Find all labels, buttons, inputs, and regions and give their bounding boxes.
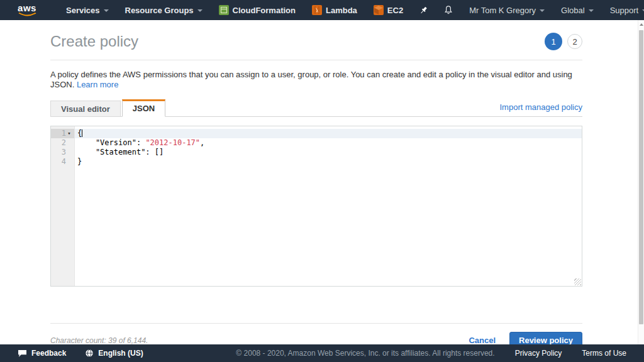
copyright-text: © 2008 - 2020, Amazon Web Services, Inc.…: [236, 349, 494, 358]
ec2-icon: [374, 5, 384, 15]
editor-resize-handle[interactable]: [574, 278, 581, 285]
pushpin-icon: [419, 6, 428, 15]
nav-services[interactable]: Services: [58, 0, 117, 20]
nav-region-menu[interactable]: Global: [553, 0, 602, 20]
nav-right-group: Mr Tom K Gregory Global Support: [436, 0, 644, 20]
character-count: Character count: 39 of 6,144.: [50, 336, 148, 345]
chevron-down-icon: [197, 9, 203, 12]
aws-smile-icon: [18, 12, 36, 17]
up-arrow-icon: [640, 23, 643, 26]
cancel-button[interactable]: Cancel: [469, 336, 496, 345]
step-indicator: 1 2: [545, 33, 582, 50]
json-policy-editor[interactable]: 1▾234 { "Version": "2012-10-17", "Statem…: [50, 126, 582, 287]
aws-logo-text: aws: [18, 4, 36, 13]
tab-visual-editor[interactable]: Visual editor: [50, 101, 121, 117]
language-selector[interactable]: English (US): [85, 349, 143, 358]
chevron-down-icon: [104, 9, 109, 12]
gutter-line-number[interactable]: 3: [51, 148, 74, 157]
nav-shortcut-lambda[interactable]: Lambda: [304, 0, 365, 20]
page-title: Create policy: [50, 33, 138, 50]
lambda-icon: [312, 5, 322, 15]
chevron-down-icon: [540, 9, 545, 12]
code-line[interactable]: "Statement": []: [75, 148, 582, 157]
nav-shortcut-ec2[interactable]: EC2: [365, 0, 411, 20]
intro-text: A policy defines the AWS permissions tha…: [50, 70, 582, 90]
page-header: Create policy 1 2: [50, 20, 582, 50]
editor-tabs: Visual editor JSON Import managed policy: [50, 99, 582, 117]
code-line[interactable]: "Version": "2012-10-17",: [75, 138, 582, 148]
gutter: 1▾234: [51, 126, 75, 286]
code-line[interactable]: {: [75, 129, 582, 138]
chevron-down-icon: [589, 9, 594, 12]
main-content: Create policy 1 2 A policy defines the A…: [0, 20, 638, 344]
notifications-button[interactable]: [436, 0, 461, 20]
step-2-badge: 2: [567, 34, 582, 49]
footer: Feedback English (US) © 2008 - 2020, Ama…: [0, 344, 644, 362]
scrollbar-thumb[interactable]: [639, 30, 643, 324]
fold-toggle-icon[interactable]: ▾: [66, 129, 72, 138]
page-scrollbar[interactable]: [638, 20, 644, 344]
nav-shortcut-cloudformation[interactable]: CloudFormation: [211, 0, 304, 20]
nav-account-menu[interactable]: Mr Tom K Gregory: [461, 0, 553, 20]
terms-of-use-link[interactable]: Terms of Use: [582, 349, 626, 358]
tab-json[interactable]: JSON: [122, 99, 165, 117]
pin-shortcuts-button[interactable]: [411, 0, 436, 20]
globe-icon: [85, 349, 94, 358]
import-managed-policy-link[interactable]: Import managed policy: [499, 102, 582, 112]
cloudformation-icon: [219, 5, 229, 15]
header-divider: [50, 60, 582, 60]
step-1-badge: 1: [545, 33, 562, 50]
gutter-line-number[interactable]: 2: [51, 138, 74, 148]
gutter-line-number[interactable]: 4: [51, 157, 74, 167]
learn-more-link[interactable]: Learn more: [77, 80, 118, 89]
top-nav: aws Services Resource Groups CloudFormat…: [0, 0, 644, 20]
nav-support-menu[interactable]: Support: [602, 0, 644, 20]
feedback-bubble-icon: [18, 349, 27, 358]
feedback-button[interactable]: Feedback: [18, 349, 66, 358]
bell-icon: [443, 5, 453, 15]
code-line[interactable]: }: [75, 157, 582, 167]
scrollbar-up-arrow[interactable]: [638, 20, 644, 29]
aws-console-page: aws Services Resource Groups CloudFormat…: [0, 0, 644, 362]
actions-divider: [50, 323, 582, 324]
aws-logo[interactable]: aws: [18, 4, 36, 17]
nav-resource-groups[interactable]: Resource Groups: [117, 0, 211, 20]
text-cursor: [82, 129, 82, 137]
code-lines[interactable]: { "Version": "2012-10-17", "Statement": …: [75, 126, 582, 286]
footer-right: © 2008 - 2020, Amazon Web Services, Inc.…: [236, 349, 626, 358]
gutter-line-number[interactable]: 1▾: [51, 129, 74, 138]
privacy-policy-link[interactable]: Privacy Policy: [515, 349, 562, 358]
